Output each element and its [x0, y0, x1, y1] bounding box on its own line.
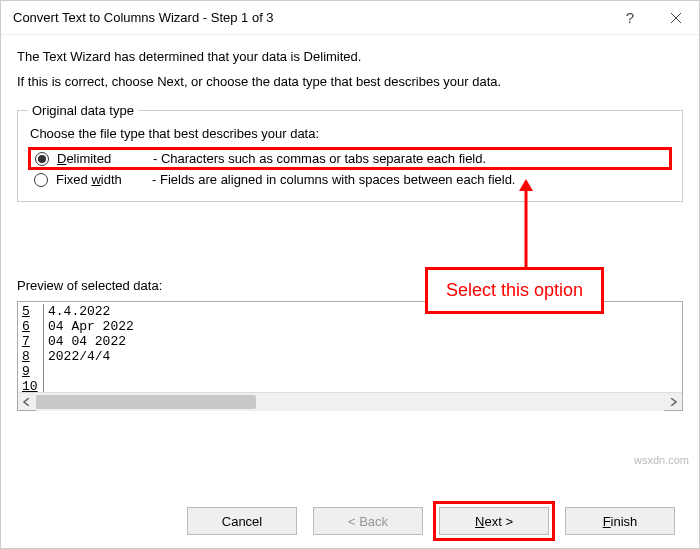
group-legend: Original data type [28, 103, 138, 118]
cancel-button[interactable]: Cancel [187, 507, 297, 535]
scroll-left-button[interactable] [18, 393, 36, 411]
delimited-desc: - Characters such as commas or tabs sepa… [153, 151, 665, 166]
preview-row: 82022/4/4 [18, 349, 682, 364]
window-title: Convert Text to Columns Wizard - Step 1 … [13, 10, 607, 25]
titlebar: Convert Text to Columns Wizard - Step 1 … [1, 1, 699, 35]
scroll-right-button[interactable] [664, 393, 682, 411]
preview-row: 704 04 2022 [18, 334, 682, 349]
help-button[interactable]: ? [607, 1, 653, 35]
intro-line-2: If this is correct, choose Next, or choo… [17, 74, 683, 89]
preview-row: 9 [18, 364, 682, 379]
finish-button[interactable]: Finish [565, 507, 675, 535]
annotation-arrow [525, 179, 527, 267]
radio-fixed-width[interactable] [34, 173, 48, 187]
button-bar: Cancel < Back Next > Finish [1, 494, 699, 548]
scroll-thumb[interactable] [36, 395, 256, 409]
close-button[interactable] [653, 1, 699, 35]
preview-scrollbar[interactable] [18, 392, 682, 410]
close-icon [669, 11, 683, 25]
radio-delimited[interactable] [35, 152, 49, 166]
delimited-label: Delimited [57, 151, 145, 166]
next-button[interactable]: Next > [439, 507, 549, 535]
chevron-left-icon [23, 398, 31, 406]
preview-row: 604 Apr 2022 [18, 319, 682, 334]
fixed-width-desc: - Fields are aligned in columns with spa… [152, 172, 666, 187]
choose-label: Choose the file type that best describes… [30, 126, 672, 141]
content-area: The Text Wizard has determined that your… [1, 35, 699, 494]
preview-rows: 54.4.2022 604 Apr 2022 704 04 2022 82022… [18, 302, 682, 392]
preview-box: 54.4.2022 604 Apr 2022 704 04 2022 82022… [17, 301, 683, 411]
wizard-window: Convert Text to Columns Wizard - Step 1 … [0, 0, 700, 549]
fixed-width-label: Fixed width [56, 172, 144, 187]
preview-row: 10 [18, 379, 682, 392]
back-button[interactable]: < Back [313, 507, 423, 535]
scroll-track[interactable] [36, 393, 664, 411]
option-fixed-width-row[interactable]: Fixed width - Fields are aligned in colu… [28, 170, 672, 189]
annotation-callout: Select this option [425, 267, 604, 314]
intro-line-1: The Text Wizard has determined that your… [17, 49, 683, 64]
option-delimited-row[interactable]: Delimited - Characters such as commas or… [28, 147, 672, 170]
original-data-type-group: Original data type Choose the file type … [17, 103, 683, 202]
chevron-right-icon [669, 398, 677, 406]
